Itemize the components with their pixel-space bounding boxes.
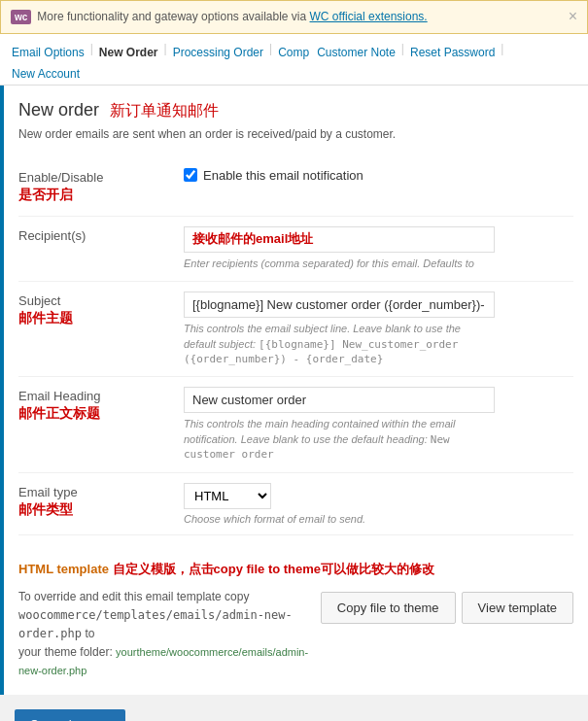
email-heading-row: Email Heading 邮件正文标题 This controls the m… <box>18 377 573 472</box>
enable-checkbox-row: Enable this email notification <box>184 168 573 183</box>
enable-disable-label: Enable/Disable 是否开启 <box>18 158 184 217</box>
notification-bar: wc More functionality and gateway option… <box>0 0 588 34</box>
template-file-path: woocommerce/templates/emails/admin-new-o… <box>18 608 293 640</box>
save-section: Save changes <box>0 695 588 721</box>
email-type-row: Email type 邮件类型 HTML Plain text Multipar… <box>18 472 573 534</box>
html-template-section: HTML template 自定义模版，点击copy file to theme… <box>18 551 573 681</box>
notification-text: More functionality and gateway options a… <box>37 9 560 25</box>
email-heading-label: Email Heading 邮件正文标题 <box>18 377 184 472</box>
view-template-button[interactable]: View template <box>462 592 573 624</box>
main-content: New order 新订单通知邮件 New order emails are s… <box>0 86 588 696</box>
subject-input[interactable] <box>184 292 495 318</box>
subject-desc: This controls the email subject line. Le… <box>184 322 495 366</box>
recipients-desc: Enter recipients (comma separated) for t… <box>184 257 495 271</box>
subject-label: Subject 邮件主题 <box>18 282 184 377</box>
notification-close-button[interactable]: × <box>569 9 577 24</box>
email-type-select-wrapper: HTML Plain text Multipart <box>184 483 573 509</box>
template-buttons: Copy file to theme View template <box>321 592 573 624</box>
enable-disable-row: Enable/Disable 是否开启 Enable this email no… <box>18 158 573 217</box>
subject-row: Subject 邮件主题 This controls the email sub… <box>18 282 573 377</box>
recipients-input[interactable] <box>184 226 495 253</box>
recipients-row: Recipient(s) Enter recipients (comma sep… <box>18 216 573 281</box>
subject-cell: This controls the email subject line. Le… <box>184 282 573 377</box>
tab-reset-password[interactable]: Reset Password <box>408 42 497 63</box>
recipients-label: Recipient(s) <box>18 216 184 281</box>
copy-file-to-theme-button[interactable]: Copy file to theme <box>321 592 456 624</box>
email-type-select[interactable]: HTML Plain text Multipart <box>184 483 271 509</box>
html-template-title: HTML template 自定义模版，点击copy file to theme… <box>18 561 573 578</box>
page-subtitle: New order emails are sent when an order … <box>18 127 573 141</box>
page-wrapper: wc More functionality and gateway option… <box>0 0 588 721</box>
recipients-cell: Enter recipients (comma separated) for t… <box>184 216 573 281</box>
enable-email-checkbox[interactable] <box>184 168 197 182</box>
html-template-title-zh: 自定义模版，点击copy file to theme可以做比较大的修改 <box>113 562 435 576</box>
email-type-cell: HTML Plain text Multipart Choose which f… <box>184 472 573 534</box>
email-type-label: Email type 邮件类型 <box>18 472 184 534</box>
settings-form: Enable/Disable 是否开启 Enable this email no… <box>18 158 573 535</box>
email-type-desc: Choose which format of email to send. <box>184 513 573 525</box>
enable-email-label: Enable this email notification <box>203 168 363 183</box>
email-heading-desc: This controls the main heading contained… <box>184 417 495 462</box>
enable-disable-cell: Enable this email notification <box>184 158 573 217</box>
page-title: New order 新订单通知邮件 <box>18 100 573 121</box>
wc-icon: wc <box>11 10 31 24</box>
page-title-zh: 新订单通知邮件 <box>110 102 219 119</box>
email-heading-input[interactable] <box>184 387 495 413</box>
tab-customer-note[interactable]: Customer Note <box>315 42 398 63</box>
nav-tabs: Email Options | New Order | Processing O… <box>0 34 588 86</box>
tab-new-order[interactable]: New Order <box>97 42 160 63</box>
tab-email-options[interactable]: Email Options <box>10 42 86 63</box>
notification-link[interactable]: WC official extensions. <box>310 10 428 23</box>
tab-comp[interactable]: Comp <box>276 42 311 63</box>
email-heading-cell: This controls the main heading contained… <box>184 377 573 472</box>
template-text: To override and edit this email template… <box>18 588 311 681</box>
tab-processing-order[interactable]: Processing Order <box>171 42 265 63</box>
template-row: To override and edit this email template… <box>18 588 573 681</box>
tab-new-account[interactable]: New Account <box>10 63 82 85</box>
save-changes-button[interactable]: Save changes <box>15 709 125 721</box>
